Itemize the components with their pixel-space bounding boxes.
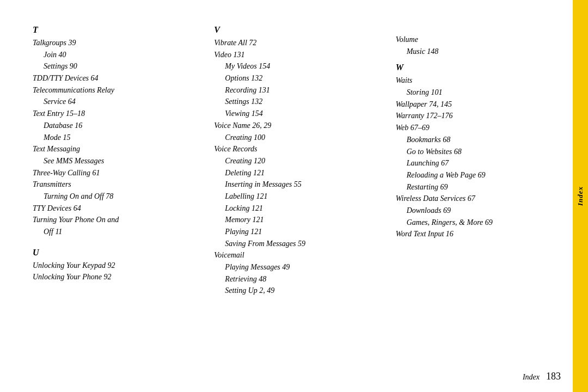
entry: Video 131 xyxy=(214,49,384,61)
entry: Viewing 154 xyxy=(225,108,384,120)
entry: Turning Your Phone On and xyxy=(33,214,203,226)
footer-page-number: 183 xyxy=(546,371,561,382)
section-header-U: U xyxy=(33,248,203,258)
entry: Word Text Input 16 xyxy=(396,228,566,240)
entry: Unlocking Your Phone 92 xyxy=(33,271,203,283)
entry: Memory 121 xyxy=(225,214,384,226)
footer: Index 183 xyxy=(523,371,561,382)
entry: Unlocking Your Keypad 92 xyxy=(33,260,203,272)
entry: Wallpaper 74, 145 xyxy=(396,99,566,111)
entry: Transmitters xyxy=(33,179,203,191)
entry: Volume xyxy=(396,34,566,46)
entry: Telecommunications Relay xyxy=(33,84,203,96)
entry: Go to Websites 68 xyxy=(407,146,566,158)
entry: Creating 120 xyxy=(225,155,384,167)
entry: Playing 121 xyxy=(225,226,384,238)
entry: Web 67–69 xyxy=(396,122,566,134)
column-3: Volume Music 148 W Waits Storing 101 Wal… xyxy=(396,22,572,370)
entry: Deleting 121 xyxy=(225,167,384,179)
entry: Restarting 69 xyxy=(407,181,566,193)
entry: Setting Up 2, 49 xyxy=(225,285,384,297)
tab-label: Index xyxy=(576,186,585,206)
entry: TDD/TTY Devices 64 xyxy=(33,72,203,84)
index-tab: Index xyxy=(573,0,588,392)
entry: Saving From Messages 59 xyxy=(225,238,384,250)
entry: Voice Records xyxy=(214,143,384,155)
entry: Retrieving 48 xyxy=(225,273,384,285)
entry: Reloading a Web Page 69 xyxy=(407,169,566,181)
entry: Music 148 xyxy=(407,46,566,58)
entry: Waits xyxy=(396,75,566,87)
entry: Settings 132 xyxy=(225,96,384,108)
entry: Vibrate All 72 xyxy=(214,37,384,49)
entry: Mode 15 xyxy=(44,132,203,144)
entry: Recording 131 xyxy=(225,84,384,96)
entry: Labelling 121 xyxy=(225,191,384,203)
entry: See MMS Messages xyxy=(44,155,203,167)
entry: Text Messaging xyxy=(33,143,203,155)
entry: Launching 67 xyxy=(407,157,566,169)
entry: Downloads 69 xyxy=(407,205,566,217)
entry: Creating 100 xyxy=(225,132,384,144)
section-header-V: V xyxy=(214,25,384,35)
entry: Bookmarks 68 xyxy=(407,134,566,146)
entry: Wireless Data Services 67 xyxy=(396,193,566,205)
page-content: T Talkgroups 39 Join 40 Settings 90 TDD/… xyxy=(0,0,588,392)
entry: Warranty 172–176 xyxy=(396,110,566,122)
entry: Playing Messages 49 xyxy=(225,261,384,273)
entry: Inserting in Messages 55 xyxy=(225,179,384,191)
entry: Database 16 xyxy=(44,120,203,132)
entry: Options 132 xyxy=(225,72,384,84)
entry: Locking 121 xyxy=(225,203,384,215)
column-1: T Talkgroups 39 Join 40 Settings 90 TDD/… xyxy=(33,22,214,370)
entry: Storing 101 xyxy=(407,87,566,99)
entry: Settings 90 xyxy=(44,60,203,72)
column-2: V Vibrate All 72 Video 131 My Videos 154… xyxy=(214,22,395,370)
entry: Off 11 xyxy=(44,226,203,238)
entry: My Videos 154 xyxy=(225,60,384,72)
entry: TTY Devices 64 xyxy=(33,203,203,215)
entry: Turning On and Off 78 xyxy=(44,191,203,203)
entry: Three-Way Calling 61 xyxy=(33,167,203,179)
section-header-T: T xyxy=(33,25,203,35)
entry: Join 40 xyxy=(44,49,203,61)
entry: Service 64 xyxy=(44,96,203,108)
entry: Games, Ringers, & More 69 xyxy=(407,217,566,229)
section-header-W: W xyxy=(396,63,566,72)
entry: Voice Name 26, 29 xyxy=(214,120,384,132)
entry: Talkgroups 39 xyxy=(33,37,203,49)
entry: Text Entry 15–18 xyxy=(33,108,203,120)
footer-index-label: Index xyxy=(523,373,540,382)
entry: Voicemail xyxy=(214,249,384,261)
